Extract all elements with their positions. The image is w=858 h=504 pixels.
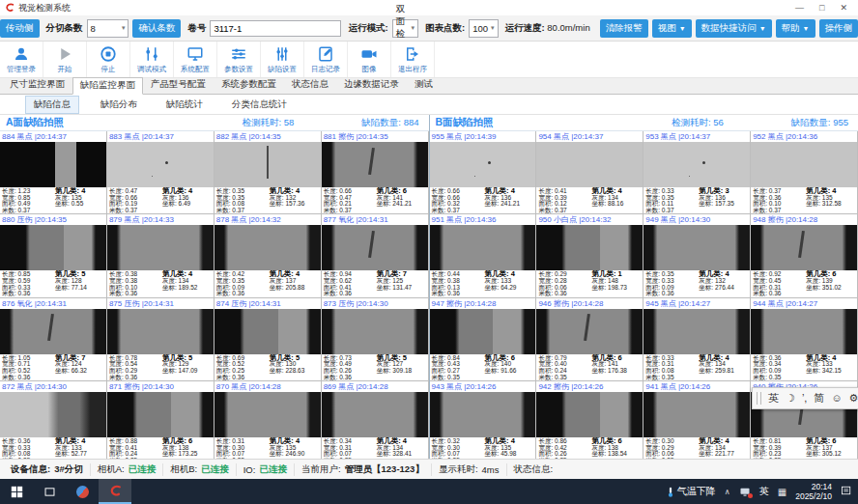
slit-count-select[interactable]: 8 ▾ — [87, 19, 129, 38]
defect-cell[interactable]: 872 黑点 |20:14:30长度: 0.36宽度: 0.33面积: 0.08… — [0, 381, 107, 464]
defect-cell[interactable]: 880 压伤 |20:14:35长度: 0.85宽度: 0.59面积: 0.33… — [0, 214, 107, 297]
defect-cell[interactable]: 942 擦伤 |20:14:26长度: 0.86宽度: 0.42面积: 0.26… — [536, 381, 644, 464]
clock-date: 2025/2/10 — [795, 491, 832, 501]
defect-cell[interactable]: 874 压伤 |20:14:31长度: 0.69宽度: 0.52面积: 0.25… — [214, 298, 322, 381]
defect-cell-header: 884 黑点 |20:14:37 — [0, 131, 106, 142]
ime-lang-en[interactable]: 英 — [768, 393, 779, 404]
main-tab-2[interactable]: 产品型号配置 — [143, 76, 214, 94]
defect-cell[interactable]: 946 擦伤 |20:14:28长度: 0.79宽度: 0.40面积: 0.24… — [536, 298, 644, 381]
defect-cell[interactable]: 948 擦伤 |20:14:28长度: 0.92宽度: 0.45面积: 0.31… — [751, 214, 858, 297]
user-button[interactable]: 管理登录 — [0, 42, 43, 77]
touch-keyboard-icon[interactable]: ▦ — [778, 487, 786, 497]
coord-value: 坐标: 305.12 — [806, 451, 855, 458]
main-tab-1[interactable]: 缺陷监控界面 — [72, 77, 143, 95]
defect-cell[interactable]: 955 黑点 |20:14:39长度: 0.66宽度: 0.66面积: 0.32… — [430, 131, 537, 214]
defect-cell-info: 长度: 0.33宽度: 0.31面积: 0.08米数: 0.35第几类: 4灰度… — [644, 354, 750, 380]
exit-button[interactable]: 退出程序 — [391, 42, 435, 77]
main-tab-3[interactable]: 系统参数配置 — [214, 76, 284, 94]
clear-alarm-button[interactable]: 清除报警 — [600, 19, 648, 38]
ime-emoji-icon[interactable]: ☺ — [831, 393, 842, 404]
defect-cell[interactable]: 869 黑点 |20:14:28长度: 0.34宽度: 0.31面积: 0.07… — [322, 381, 429, 464]
ime-settings-gear-icon[interactable]: ⚙ — [849, 393, 858, 404]
defect-image — [536, 392, 643, 437]
defect-cell-header: 945 黑点 |20:14:27 — [644, 298, 750, 309]
defect-cell[interactable]: 949 黑点 |20:14:30长度: 0.35宽度: 0.33面积: 0.09… — [644, 214, 751, 297]
taskbar-app-ime[interactable] — [66, 479, 99, 504]
ime-punctuation-icon[interactable]: ’, — [802, 393, 808, 404]
tray-overflow-chevron-icon[interactable]: ∧ — [725, 488, 730, 496]
weather-widget[interactable]: 气温下降 — [667, 485, 716, 498]
chart-points-select[interactable]: 100 ▾ — [469, 19, 498, 38]
monitor-button[interactable]: 系统配置 — [174, 42, 217, 77]
defect-cell[interactable]: 882 黑点 |20:14:35长度: 0.35宽度: 0.35面积: 0.08… — [214, 131, 322, 214]
ime-moon-icon[interactable]: ☽ — [786, 393, 795, 404]
maximize-button[interactable]: □ — [819, 3, 824, 13]
operate-side-button[interactable]: 操作侧 — [819, 19, 858, 38]
sliders-h-button[interactable]: 参数设置 — [217, 42, 261, 77]
sub-tab-2[interactable]: 缺陷统计 — [158, 97, 211, 113]
meter-value: 米数: 0.37 — [2, 208, 55, 214]
log-button[interactable]: 日志记录 — [304, 42, 348, 77]
camera-a-status: 已连接 — [129, 463, 157, 476]
defect-metrics-left: 长度: 0.66宽度: 0.47面积: 0.21米数: 0.37 — [324, 188, 377, 213]
defect-cell[interactable]: 884 黑点 |20:14:37长度: 1.23宽度: 0.85面积: 0.49… — [0, 131, 107, 214]
defect-cell[interactable]: 883 黑点 |20:14:37长度: 0.47宽度: 0.66面积: 0.19… — [107, 131, 214, 214]
network-status-icon[interactable] — [739, 487, 751, 497]
sub-tab-0[interactable]: 缺陷信息 — [25, 96, 79, 114]
task-view-button[interactable] — [33, 479, 66, 504]
taskbar-clock[interactable]: 20:14 2025/2/10 — [795, 482, 832, 501]
view-menu-button[interactable]: 视图▼ — [652, 19, 692, 38]
defect-cell[interactable]: 945 黑点 |20:14:27长度: 0.33宽度: 0.31面积: 0.08… — [644, 298, 751, 381]
defect-cell[interactable]: 876 氧化 |20:14:31长度: 1.05宽度: 0.71面积: 0.52… — [0, 298, 107, 381]
run-mode-select[interactable]: 双面检测 ▾ — [392, 19, 418, 38]
main-tab-0[interactable]: 尺寸监控界面 — [2, 76, 72, 94]
notification-center-icon[interactable] — [841, 485, 852, 498]
defect-cell[interactable]: 870 黑点 |20:14:28长度: 0.31宽度: 0.30面积: 0.07… — [214, 381, 322, 464]
ime-grip-handle[interactable] — [757, 392, 761, 405]
defect-cell[interactable]: 951 黑点 |20:14:36长度: 0.44宽度: 0.38面积: 0.13… — [430, 214, 537, 297]
play-button[interactable]: 开始 — [43, 42, 87, 77]
defect-cell[interactable]: 877 氧化 |20:14:31长度: 0.94宽度: 0.62面积: 0.41… — [322, 214, 429, 297]
ime-simplified[interactable]: 简 — [814, 393, 824, 404]
defect-cell[interactable]: 871 擦伤 |20:14:30长度: 0.88宽度: 0.41面积: 0.24… — [107, 381, 214, 464]
data-quick-access-button[interactable]: 数据快捷访问▼ — [696, 19, 772, 38]
sub-tab-3[interactable]: 分类信息统计 — [224, 97, 295, 113]
taskbar-app-inspection[interactable] — [99, 479, 131, 504]
meter-value: 米数: 0.37 — [538, 208, 591, 214]
sub-tab-1[interactable]: 缺陷分布 — [93, 97, 145, 113]
defect-cell[interactable]: 878 黑点 |20:14:32长度: 0.42宽度: 0.35面积: 0.09… — [214, 214, 322, 297]
main-tab-4[interactable]: 状态信息 — [284, 76, 336, 94]
defect-cell[interactable]: 873 压伤 |20:14:30长度: 0.73宽度: 0.49面积: 0.26… — [322, 298, 429, 381]
defect-cell[interactable]: 950 小白点 |20:14:32长度: 0.29宽度: 0.28面积: 0.0… — [536, 214, 644, 297]
defect-cell[interactable]: 875 压伤 |20:14:31长度: 0.78宽度: 0.54面积: 0.29… — [107, 298, 214, 381]
defect-cell[interactable]: 881 擦伤 |20:14:35长度: 0.66宽度: 0.47面积: 0.21… — [322, 131, 429, 214]
defect-cell[interactable]: 941 黑点 |20:14:26长度: 0.30宽度: 0.29面积: 0.06… — [644, 381, 751, 464]
close-button[interactable]: ✕ — [840, 3, 847, 13]
roll-number-input[interactable] — [210, 20, 341, 37]
main-tab-5[interactable]: 边缘数据记录 — [336, 76, 407, 94]
drive-side-button[interactable]: 传动侧 — [0, 19, 40, 38]
debug-button[interactable]: 调试模式 — [130, 42, 174, 77]
stop-button[interactable]: 停止 — [87, 42, 130, 77]
defect-cell[interactable]: 953 黑点 |20:14:37长度: 0.33宽度: 0.35面积: 0.11… — [644, 131, 751, 214]
defect-cell[interactable]: 947 擦伤 |20:14:28长度: 0.84宽度: 0.43面积: 0.27… — [430, 298, 537, 381]
defect-cell[interactable]: 943 黑点 |20:14:26长度: 0.32宽度: 0.30面积: 0.07… — [430, 381, 537, 464]
defect-cell[interactable]: 879 黑点 |20:14:33长度: 0.38宽度: 0.38面积: 0.10… — [107, 214, 214, 297]
meter-value: 米数: 0.35 — [432, 375, 485, 381]
defect-image — [322, 309, 428, 354]
minimize-button[interactable]: — — [795, 3, 804, 13]
defect-cell[interactable]: 954 黑点 |20:14:37长度: 0.41宽度: 0.39面积: 0.12… — [536, 131, 644, 214]
confirm-count-button[interactable]: 确认条数 — [132, 19, 181, 38]
input-language-indicator[interactable]: 英 — [759, 485, 769, 498]
ime-floating-bar[interactable]: 英☽’,简☺⚙ — [752, 387, 858, 409]
defect-cell[interactable]: 952 黑点 |20:14:36长度: 0.37宽度: 0.36面积: 0.10… — [751, 131, 858, 214]
task-view-icon — [43, 486, 56, 498]
defect-cell[interactable]: 944 黑点 |20:14:27长度: 0.36宽度: 0.34面积: 0.09… — [751, 298, 858, 381]
coord-value: 坐标: 0.55 — [55, 201, 104, 208]
camera-button[interactable]: 图像 — [348, 42, 391, 77]
defect-metrics-right: 第几类: 6灰度: 140坐标: 91.66 — [485, 355, 534, 380]
help-menu-button[interactable]: 帮助▼ — [776, 19, 815, 38]
main-tab-6[interactable]: 测试 — [407, 76, 441, 94]
start-button[interactable] — [0, 479, 33, 504]
sliders-v-button[interactable]: 缺陷设置 — [261, 42, 304, 77]
